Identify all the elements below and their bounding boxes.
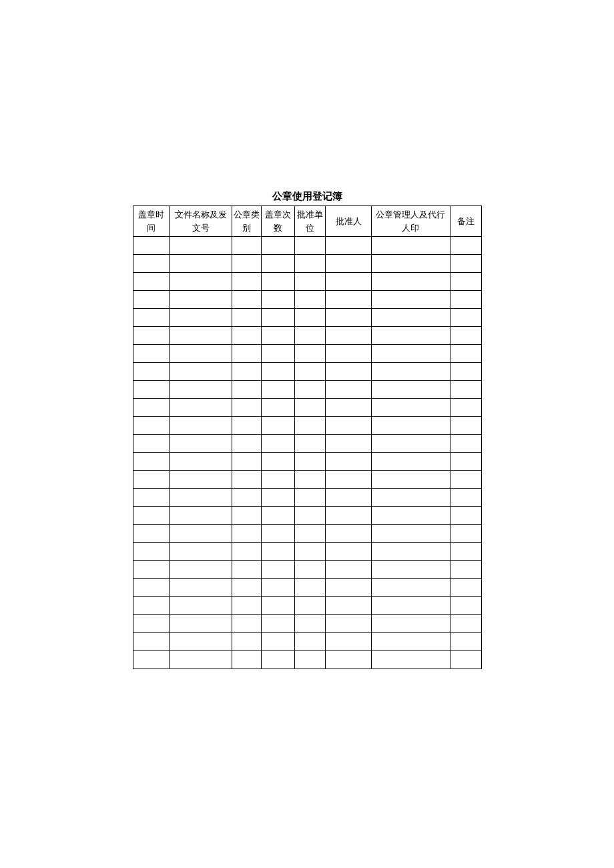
table-cell	[170, 255, 232, 273]
table-cell	[295, 381, 326, 399]
table-cell	[133, 399, 170, 417]
table-cell	[261, 399, 295, 417]
table-cell	[371, 543, 450, 561]
table-cell	[450, 309, 481, 327]
table-cell	[326, 399, 371, 417]
table-cell	[326, 237, 371, 255]
table-cell	[326, 255, 371, 273]
table-cell	[133, 525, 170, 543]
table-cell	[371, 579, 450, 597]
table-row	[133, 309, 481, 327]
header-seal-manager: 公章管理人及代行人印	[371, 206, 450, 237]
table-cell	[371, 399, 450, 417]
table-cell	[326, 615, 371, 633]
table-cell	[232, 651, 261, 669]
table-cell	[170, 309, 232, 327]
table-cell	[371, 309, 450, 327]
table-cell	[371, 327, 450, 345]
table-cell	[133, 561, 170, 579]
table-cell	[170, 579, 232, 597]
table-cell	[170, 543, 232, 561]
table-cell	[170, 471, 232, 489]
table-cell	[450, 543, 481, 561]
table-row	[133, 525, 481, 543]
table-cell	[295, 435, 326, 453]
table-cell	[261, 633, 295, 651]
table-cell	[261, 237, 295, 255]
table-cell	[261, 417, 295, 435]
table-cell	[232, 435, 261, 453]
table-cell	[170, 453, 232, 471]
table-cell	[450, 579, 481, 597]
table-cell	[295, 453, 326, 471]
table-cell	[232, 309, 261, 327]
table-cell	[232, 489, 261, 507]
header-approver: 批准人	[326, 206, 371, 237]
table-cell	[232, 633, 261, 651]
table-cell	[232, 237, 261, 255]
table-cell	[326, 525, 371, 543]
table-cell	[295, 615, 326, 633]
table-cell	[133, 651, 170, 669]
table-cell	[232, 327, 261, 345]
table-cell	[371, 363, 450, 381]
table-cell	[261, 543, 295, 561]
table-cell	[295, 309, 326, 327]
table-cell	[450, 291, 481, 309]
page-title: 公章使用登记簿	[0, 190, 614, 203]
table-cell	[170, 507, 232, 525]
table-row	[133, 633, 481, 651]
table-row	[133, 507, 481, 525]
table-cell	[450, 561, 481, 579]
table-cell	[261, 327, 295, 345]
table-cell	[261, 471, 295, 489]
table-row	[133, 381, 481, 399]
table-cell	[133, 237, 170, 255]
table-cell	[133, 381, 170, 399]
table-cell	[326, 507, 371, 525]
table-cell	[371, 615, 450, 633]
table-row	[133, 615, 481, 633]
table-row	[133, 489, 481, 507]
table-cell	[170, 363, 232, 381]
table-cell	[450, 453, 481, 471]
table-cell	[371, 561, 450, 579]
table-cell	[371, 345, 450, 363]
table-cell	[232, 399, 261, 417]
header-seal-type: 公章类别	[232, 206, 261, 237]
register-table: 盖章时间 文件名称及发文号 公章类别 盖章次数 批准单位 批准人 公章管理人及代…	[133, 205, 482, 669]
table-cell	[295, 363, 326, 381]
table-cell	[232, 255, 261, 273]
table-row	[133, 597, 481, 615]
table-cell	[133, 345, 170, 363]
table-cell	[261, 525, 295, 543]
table-cell	[261, 561, 295, 579]
table-cell	[133, 507, 170, 525]
table-cell	[450, 363, 481, 381]
table-row	[133, 435, 481, 453]
table-cell	[371, 633, 450, 651]
table-cell	[133, 417, 170, 435]
table-cell	[295, 633, 326, 651]
table-cell	[261, 597, 295, 615]
table-cell	[232, 417, 261, 435]
table-cell	[450, 489, 481, 507]
table-cell	[371, 453, 450, 471]
table-cell	[261, 489, 295, 507]
table-cell	[261, 255, 295, 273]
table-cell	[295, 327, 326, 345]
table-cell	[295, 579, 326, 597]
table-cell	[232, 561, 261, 579]
table-cell	[450, 651, 481, 669]
table-row	[133, 363, 481, 381]
table-cell	[261, 381, 295, 399]
table-cell	[170, 525, 232, 543]
table-cell	[371, 291, 450, 309]
table-row	[133, 543, 481, 561]
table-cell	[295, 651, 326, 669]
table-cell	[232, 525, 261, 543]
table-cell	[295, 543, 326, 561]
table-row	[133, 453, 481, 471]
table-cell	[450, 435, 481, 453]
table-cell	[170, 633, 232, 651]
